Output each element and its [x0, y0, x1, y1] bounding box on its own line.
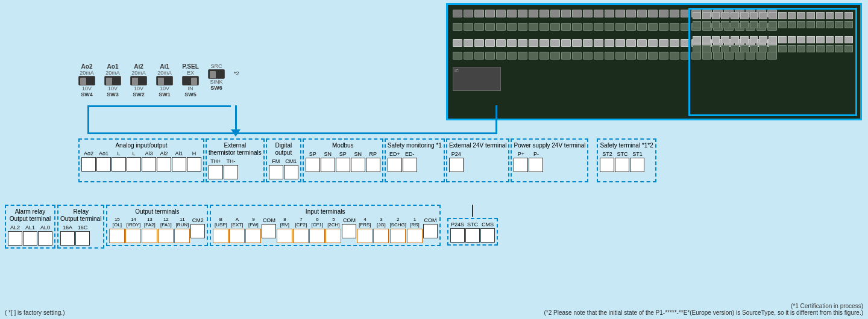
modbus-title: Modbus [306, 142, 380, 149]
sw6: SRC SINK SW6 [208, 63, 225, 98]
sw1-id: Ai1 [160, 63, 169, 70]
terminal-SP1: SP [306, 151, 320, 172]
terminal-Pplus: P+ [514, 151, 528, 172]
sw2-sub: 20mA [131, 70, 146, 76]
sw2-label: SW2 [133, 91, 145, 98]
h-connector-top [87, 105, 231, 107]
terminal-14: 14[IRDY] [125, 217, 141, 243]
safety-terminal-terminals: ST2 STC ST1 [600, 151, 653, 172]
h-connector-bottom [87, 132, 497, 134]
terminal-AL2: AL2 [8, 225, 22, 246]
sw1-bot: 10V [160, 85, 169, 91]
sw2-body [130, 76, 147, 85]
terminal-CM2: CM2 [190, 217, 205, 243]
terminal-H: H [187, 150, 201, 172]
terminal-16C: 16C [75, 225, 90, 246]
input-terminals-title: Input terminals [213, 208, 438, 215]
upper-terminal-sections: Analog input/output Ao2 Ao1 L L [78, 138, 863, 182]
terminal-Ai2: Ai2 [157, 150, 171, 172]
terminal-TH-minus: TH- [224, 158, 238, 179]
terminal-COM3: COM [423, 217, 438, 243]
sw4: Ao2 20mA 10V SW4 [78, 63, 95, 98]
relay-output-title: RelayOutput terminal [60, 208, 101, 223]
ext-thermistor-section: Externalthermistor terminals TH+ TH- [206, 138, 265, 182]
ext-24v-terminals: P24 [449, 151, 507, 172]
modbus-section: Modbus SP SN SP SN [303, 138, 383, 182]
v-connector-left [87, 105, 89, 134]
analog-io-section: Analog input/output Ao2 Ao1 L L [78, 138, 204, 182]
input-terminals-section: Input terminals B[USP] A[EXT] 9[FW] COM [210, 205, 441, 246]
terminal-ST2: ST2 [600, 151, 614, 172]
v-connector-right [495, 105, 497, 134]
relay-output-terminals: 16A 16C [60, 225, 101, 246]
safety-terminal-title: Safety terminal *1*2 [600, 142, 653, 149]
output-terminals-title: Output terminals [109, 208, 205, 215]
terminal-9: 9[FW] [245, 217, 261, 243]
dip-switches-container: Ao2 20mA 10V SW4 Ao1 20mA 10V SW3 Ai2 20… [78, 63, 239, 98]
terminal-RP: RP [366, 151, 380, 172]
sw1-body [156, 76, 173, 85]
terminal-Ai1: Ai1 [172, 150, 186, 172]
power-24v-title: Power supply 24V terminal [514, 142, 585, 149]
sw3: Ao1 20mA 10V SW3 [104, 63, 121, 98]
ext-thermistor-terminals: TH+ TH- [209, 158, 262, 179]
sw1-sub: 20mA [157, 70, 172, 76]
sw5: P.SEL EX IN SW5 [182, 63, 199, 98]
ext-thermistor-title: Externalthermistor terminals [209, 142, 262, 156]
safety-monitoring-title: Safety monitoring *1 [388, 142, 442, 149]
terminal-A: A[EXT] [229, 217, 245, 243]
alarm-relay-terminals: AL2 AL1 AL0 [8, 225, 52, 246]
terminal-Ao2: Ao2 [81, 150, 96, 172]
terminal-Ao1: Ao1 [96, 150, 111, 172]
terminal-TH-plus: TH+ [209, 158, 223, 179]
terminal-STC: STC [615, 151, 629, 172]
output-terminals-section: Output terminals 15[OL] 14[IRDY] 13[FA2]… [106, 205, 208, 246]
sw5-top: P.SEL [182, 63, 199, 70]
output-terminals-group: 15[OL] 14[IRDY] 13[FA2] 12[FA1] 11[RUN] [109, 217, 205, 243]
vert-connector-safety [472, 205, 473, 217]
terminal-12: 12[FA1] [158, 217, 174, 243]
sw3-sub: 20mA [105, 70, 120, 76]
safety-monitoring-terminals: ED+ ED- [388, 151, 442, 172]
terminal-6: 6[CF1] [309, 217, 325, 243]
sw6-bot: SINK [210, 79, 222, 85]
main-container: IC [0, 0, 868, 319]
power-24v-terminals: P+ P- [514, 151, 585, 172]
terminal-ED-plus: ED+ [388, 151, 402, 172]
sw1: Ai1 20mA 10V SW1 [156, 63, 173, 98]
sw6-body [208, 69, 225, 79]
relay-output-section: RelayOutput terminal 16A 16C [57, 205, 104, 249]
terminal-ED-minus: ED- [403, 151, 417, 172]
terminal-CM1: CM1 [284, 158, 298, 179]
terminal-AL1: AL1 [23, 225, 37, 246]
sw5-label: SW5 [184, 91, 197, 98]
sw1-label: SW1 [159, 91, 171, 98]
sw2-id: Ai2 [134, 63, 143, 70]
sw5-sub: EX [187, 70, 194, 76]
terminal-13: 13[FA2] [142, 217, 157, 243]
footnote-note1: (*1 Certification in process) [791, 303, 863, 309]
terminal-COM2: COM [342, 217, 356, 243]
terminal-STC2: STC [465, 221, 480, 243]
power-24v-section: Power supply 24V terminal P+ P- [511, 138, 588, 182]
terminal-L2: L [127, 150, 141, 172]
terminal-SN2: SN [351, 151, 365, 172]
analog-io-terminals: Ao2 Ao1 L L Ai3 [81, 150, 201, 172]
terminal-B: B[USP] [213, 217, 228, 243]
ext-24v-title: External 24V terminal [449, 142, 507, 149]
terminal-Pminus: P- [529, 151, 543, 172]
terminal-SP2: SP [336, 151, 350, 172]
sw4-id: Ao2 [81, 63, 93, 70]
sw3-bot: 10V [108, 85, 118, 91]
safety-monitoring-section: Safety monitoring *1 ED+ ED- [385, 138, 445, 182]
sw3-label: SW3 [107, 91, 119, 98]
terminal-1: 1[RS] [407, 217, 423, 243]
terminal-11: 11[RUN] [174, 217, 190, 243]
safety-terminal2-section: P24S STC CMS [447, 218, 498, 246]
terminal-P24S: P24S [450, 221, 465, 243]
terminal-ST1: ST1 [630, 151, 644, 172]
terminal-COM1: COM [262, 217, 276, 243]
ext-24v-section: External 24V terminal P24 [446, 138, 510, 182]
lower-terminal-sections: Alarm relayOutput terminal AL2 AL1 AL0 R… [5, 205, 863, 249]
digital-output-title: Digitaloutput [269, 142, 298, 156]
